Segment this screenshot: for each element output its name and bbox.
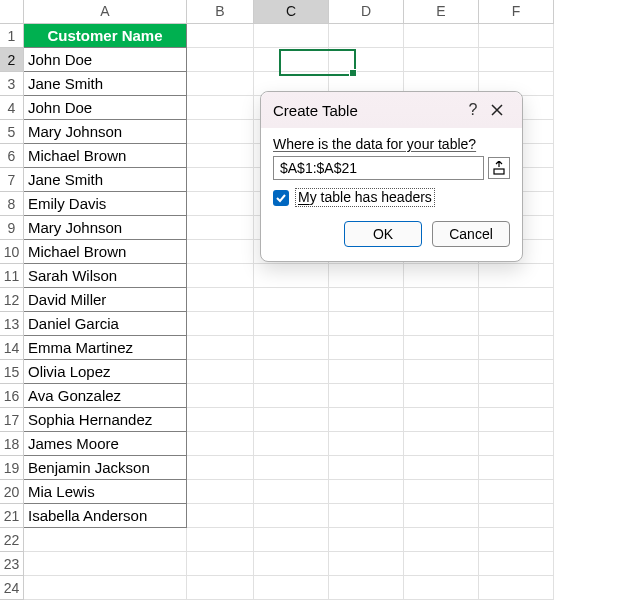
range-input[interactable] [273,156,484,180]
empty-cell[interactable] [404,384,479,408]
row-header[interactable]: 17 [0,408,24,432]
empty-cell[interactable] [404,528,479,552]
empty-cell[interactable] [479,336,554,360]
table-data-cell[interactable]: Daniel Garcia [24,312,187,336]
empty-cell[interactable] [254,48,329,72]
empty-cell[interactable] [24,576,187,600]
empty-cell[interactable] [329,504,404,528]
empty-cell[interactable] [404,552,479,576]
row-header[interactable]: 8 [0,192,24,216]
empty-cell[interactable] [254,264,329,288]
row-header[interactable]: 3 [0,72,24,96]
table-data-cell[interactable]: Sophia Hernandez [24,408,187,432]
empty-cell[interactable] [329,408,404,432]
empty-cell[interactable] [479,528,554,552]
empty-cell[interactable] [404,312,479,336]
empty-cell[interactable] [254,408,329,432]
empty-cell[interactable] [329,336,404,360]
empty-cell[interactable] [329,360,404,384]
empty-cell[interactable] [479,480,554,504]
empty-cell[interactable] [329,48,404,72]
row-header[interactable]: 15 [0,360,24,384]
empty-cell[interactable] [404,24,479,48]
empty-cell[interactable] [187,408,254,432]
table-data-cell[interactable]: Michael Brown [24,240,187,264]
empty-cell[interactable] [24,528,187,552]
table-data-cell[interactable]: Mary Johnson [24,120,187,144]
headers-checkbox[interactable] [273,190,289,206]
close-button[interactable] [484,104,510,116]
spreadsheet-grid[interactable]: A B C D E F 1Customer Name2John Doe3Jane… [0,0,622,600]
empty-cell[interactable] [254,288,329,312]
empty-cell[interactable] [254,312,329,336]
empty-cell[interactable] [254,360,329,384]
col-header-D[interactable]: D [329,0,404,24]
empty-cell[interactable] [329,24,404,48]
row-header[interactable]: 21 [0,504,24,528]
row-header[interactable]: 5 [0,120,24,144]
empty-cell[interactable] [329,312,404,336]
empty-cell[interactable] [404,480,479,504]
table-data-cell[interactable]: John Doe [24,48,187,72]
table-data-cell[interactable]: Sarah Wilson [24,264,187,288]
empty-cell[interactable] [187,192,254,216]
table-data-cell[interactable]: Isabella Anderson [24,504,187,528]
dialog-titlebar[interactable]: Create Table ? [261,92,522,128]
col-header-C[interactable]: C [254,0,329,24]
empty-cell[interactable] [187,168,254,192]
empty-cell[interactable] [404,360,479,384]
empty-cell[interactable] [404,576,479,600]
row-header[interactable]: 19 [0,456,24,480]
empty-cell[interactable] [187,72,254,96]
empty-cell[interactable] [404,432,479,456]
row-header[interactable]: 23 [0,552,24,576]
row-header[interactable]: 16 [0,384,24,408]
empty-cell[interactable] [329,288,404,312]
empty-cell[interactable] [329,552,404,576]
headers-checkbox-label[interactable]: My table has headers [295,188,435,207]
empty-cell[interactable] [479,288,554,312]
empty-cell[interactable] [479,456,554,480]
select-all-corner[interactable] [0,0,24,24]
empty-cell[interactable] [479,408,554,432]
empty-cell[interactable] [187,48,254,72]
empty-cell[interactable] [254,336,329,360]
row-header[interactable]: 14 [0,336,24,360]
row-header[interactable]: 13 [0,312,24,336]
empty-cell[interactable] [479,24,554,48]
empty-cell[interactable] [187,216,254,240]
table-data-cell[interactable]: John Doe [24,96,187,120]
table-data-cell[interactable]: Emma Martinez [24,336,187,360]
empty-cell[interactable] [187,360,254,384]
row-header[interactable]: 2 [0,48,24,72]
empty-cell[interactable] [187,96,254,120]
empty-cell[interactable] [254,504,329,528]
empty-cell[interactable] [329,480,404,504]
empty-cell[interactable] [479,264,554,288]
table-data-cell[interactable]: Jane Smith [24,168,187,192]
row-header[interactable]: 22 [0,528,24,552]
empty-cell[interactable] [404,408,479,432]
table-data-cell[interactable]: David Miller [24,288,187,312]
row-header[interactable]: 24 [0,576,24,600]
empty-cell[interactable] [404,48,479,72]
empty-cell[interactable] [479,360,554,384]
empty-cell[interactable] [479,384,554,408]
empty-cell[interactable] [479,432,554,456]
empty-cell[interactable] [479,552,554,576]
table-data-cell[interactable]: Olivia Lopez [24,360,187,384]
empty-cell[interactable] [187,144,254,168]
row-header[interactable]: 18 [0,432,24,456]
table-data-cell[interactable]: Benjamin Jackson [24,456,187,480]
empty-cell[interactable] [404,264,479,288]
empty-cell[interactable] [187,384,254,408]
empty-cell[interactable] [187,336,254,360]
table-data-cell[interactable]: Emily Davis [24,192,187,216]
empty-cell[interactable] [329,264,404,288]
empty-cell[interactable] [187,480,254,504]
row-header[interactable]: 20 [0,480,24,504]
col-header-A[interactable]: A [24,0,187,24]
row-header[interactable]: 7 [0,168,24,192]
row-header[interactable]: 4 [0,96,24,120]
empty-cell[interactable] [187,504,254,528]
